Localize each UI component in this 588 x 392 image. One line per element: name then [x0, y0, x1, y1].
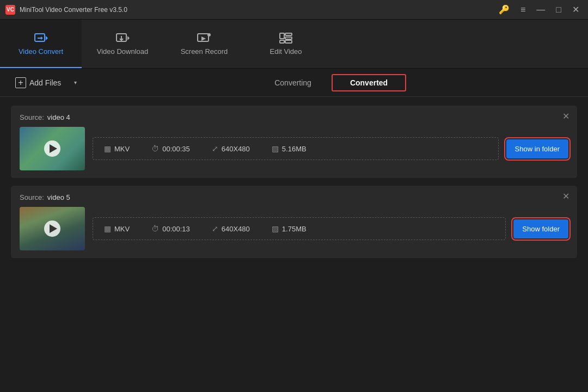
tabs-area: Converting Converted — [85, 74, 577, 91]
card-2-size-value: 1.75MB — [282, 225, 307, 233]
format-icon-2: ▦ — [104, 224, 111, 233]
content-area: Source: video 4 ✕ ▦ MKV ⏱ 00:00:35 — [0, 97, 588, 267]
card-2-source-name: video 5 — [47, 193, 70, 201]
card-1-size-value: 5.16MB — [282, 145, 307, 153]
toolbar: + Add Files ▾ Converting Converted — [0, 69, 588, 97]
resize-icon-1: ⤢ — [212, 144, 218, 153]
card-1-duration-value: 00:00:35 — [162, 145, 190, 153]
resize-icon-2: ⤢ — [212, 224, 218, 233]
svg-marker-5 — [127, 36, 130, 40]
card-2-size: ▨ 1.75MB — [272, 224, 307, 233]
key-icon: 🔑 — [495, 3, 513, 16]
menu-icon[interactable]: ≡ — [517, 4, 529, 16]
navbar: Video Convert Video Download Screen Reco… — [0, 20, 588, 69]
card-1-source-name: video 4 — [47, 113, 70, 121]
card-2-resolution-value: 640X480 — [222, 225, 250, 233]
svg-rect-10 — [280, 33, 284, 39]
card-1-body: ▦ MKV ⏱ 00:00:35 ⤢ 640X480 ▨ 5.16MB Show… — [20, 127, 568, 170]
app-logo: VC — [5, 5, 15, 15]
tab-converting[interactable]: Converting — [256, 74, 329, 91]
minimize-button[interactable]: — — [533, 4, 548, 16]
card-1-size: ▨ 5.16MB — [272, 144, 307, 153]
add-files-label: Add Files — [29, 78, 61, 87]
close-button[interactable]: ✕ — [569, 3, 583, 16]
card-1-close-button[interactable]: ✕ — [562, 112, 569, 121]
maximize-button[interactable]: □ — [553, 4, 565, 16]
nav-label-screen-record: Screen Record — [181, 47, 228, 56]
svg-point-8 — [207, 33, 211, 36]
video-1-thumbnail[interactable] — [20, 127, 85, 170]
video-card-1: Source: video 4 ✕ ▦ MKV ⏱ 00:00:35 — [11, 106, 577, 178]
edit-video-icon — [279, 32, 293, 44]
add-files-button[interactable]: + Add Files — [11, 75, 65, 90]
nav-label-video-download: Video Download — [97, 47, 148, 56]
play-icon-1 — [44, 140, 60, 157]
card-1-header: Source: video 4 — [20, 113, 568, 121]
card-2-header: Source: video 5 — [20, 193, 568, 201]
card-1-format-value: MKV — [114, 145, 130, 153]
app-title: MiniTool Video Converter Free v3.5.0 — [20, 6, 495, 14]
card-2-source-label: Source: — [20, 193, 44, 201]
svg-marker-9 — [201, 36, 206, 41]
card-1-resolution: ⤢ 640X480 — [212, 144, 250, 153]
card-2-duration: ⏱ 00:00:13 — [151, 224, 190, 233]
nav-label-edit-video: Edit Video — [270, 47, 302, 56]
titlebar: VC MiniTool Video Converter Free v3.5.0 … — [0, 0, 588, 20]
nav-item-video-download[interactable]: Video Download — [82, 20, 163, 68]
add-files-plus-icon: + — [15, 77, 26, 88]
nav-label-video-convert: Video Convert — [19, 47, 63, 56]
video-2-thumbnail[interactable] — [20, 207, 85, 250]
nav-item-video-convert[interactable]: Video Convert — [0, 20, 82, 68]
clock-icon-2: ⏱ — [151, 224, 159, 233]
card-2-format: ▦ MKV — [104, 224, 130, 233]
nav-item-screen-record[interactable]: Screen Record — [163, 20, 245, 68]
card-1-duration: ⏱ 00:00:35 — [151, 144, 190, 153]
svg-rect-12 — [285, 37, 292, 39]
svg-rect-13 — [280, 40, 284, 43]
tab-converted[interactable]: Converted — [332, 74, 406, 91]
file-icon-2: ▨ — [272, 224, 279, 233]
card-2-resolution: ⤢ 640X480 — [212, 224, 250, 233]
screen-record-icon — [197, 32, 211, 44]
format-icon-1: ▦ — [104, 144, 111, 153]
show-in-folder-button-1[interactable]: Show in folder — [506, 139, 568, 158]
card-2-file-info: ▦ MKV ⏱ 00:00:13 ⤢ 640X480 ▨ 1.75MB — [93, 217, 506, 240]
card-2-format-value: MKV — [114, 225, 130, 233]
card-1-source-label: Source: — [20, 113, 44, 121]
play-triangle-1 — [50, 144, 57, 153]
card-2-close-button[interactable]: ✕ — [562, 192, 569, 201]
svg-rect-11 — [285, 33, 292, 35]
card-1-resolution-value: 640X480 — [222, 145, 250, 153]
show-in-folder-button-2[interactable]: Show folder — [513, 219, 568, 238]
clock-icon-1: ⏱ — [151, 144, 159, 153]
window-controls: 🔑 ≡ — □ ✕ — [495, 3, 583, 16]
nav-item-edit-video[interactable]: Edit Video — [245, 20, 327, 68]
svg-rect-14 — [285, 40, 292, 43]
svg-marker-1 — [46, 36, 48, 40]
card-1-format: ▦ MKV — [104, 144, 130, 153]
file-icon-1: ▨ — [272, 144, 279, 153]
card-2-duration-value: 00:00:13 — [162, 225, 190, 233]
video-card-2: Source: video 5 ✕ ▦ MKV ⏱ 00:00:13 — [11, 186, 577, 258]
video-download-icon — [115, 32, 130, 44]
video-convert-icon — [34, 32, 48, 44]
play-icon-2 — [44, 220, 60, 237]
svg-marker-3 — [41, 36, 43, 40]
play-triangle-2 — [50, 224, 57, 233]
card-1-file-info: ▦ MKV ⏱ 00:00:35 ⤢ 640X480 ▨ 5.16MB — [93, 137, 499, 160]
card-2-body: ▦ MKV ⏱ 00:00:13 ⤢ 640X480 ▨ 1.75MB Show… — [20, 207, 568, 250]
add-files-dropdown[interactable]: ▾ — [74, 79, 77, 85]
